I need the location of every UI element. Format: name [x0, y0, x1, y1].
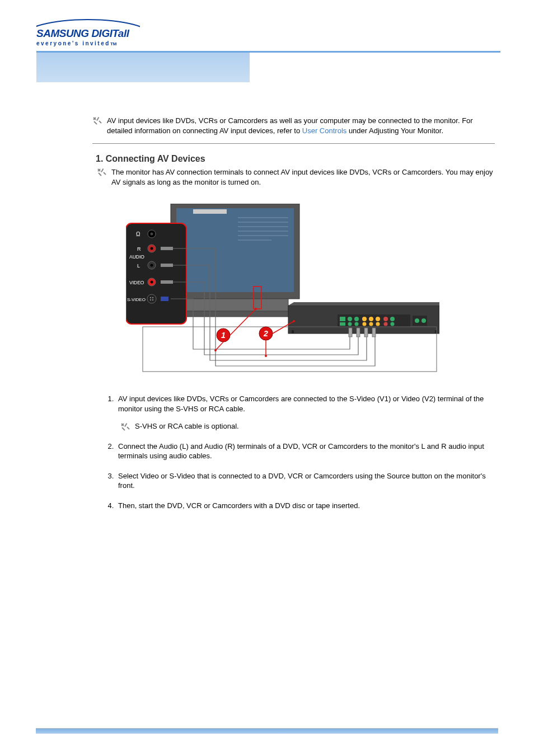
- svg-rect-41: [340, 317, 345, 321]
- svg-point-58: [415, 318, 419, 323]
- logo-tagline: everyone's invitedTM: [36, 40, 140, 46]
- divider: [92, 143, 495, 144]
- svg-point-44: [362, 317, 367, 321]
- svg-rect-63: [372, 328, 376, 337]
- svg-marker-36: [288, 302, 439, 306]
- svg-rect-49: [340, 322, 345, 326]
- svg-rect-5: [193, 209, 227, 214]
- trademark-symbol: TM: [110, 41, 117, 46]
- svg-rect-26: [161, 280, 173, 284]
- svg-point-42: [348, 317, 352, 321]
- svg-point-69: [293, 320, 295, 322]
- svg-point-47: [383, 317, 388, 321]
- callout-2: 2: [263, 329, 268, 338]
- header-banner: [36, 51, 500, 82]
- callout-1: 1: [221, 331, 226, 340]
- step-item: Then, start the DVD, VCR or Camcorders w…: [116, 501, 495, 511]
- step-note-text: S-VHS or RCA cable is optional.: [135, 421, 239, 431]
- banner-left: [36, 53, 250, 82]
- svg-rect-14: [126, 223, 186, 324]
- svg-point-54: [376, 322, 380, 326]
- svg-point-28: [150, 297, 151, 298]
- svg-point-30: [150, 299, 151, 300]
- section-desc: The monitor has AV connection terminals …: [111, 167, 495, 187]
- svg-point-45: [369, 317, 373, 321]
- step-text: Connect the Audio (L) and Audio (R) term…: [118, 442, 484, 461]
- connection-diagram: Ω R AUDIO L VIDEO: [126, 204, 495, 377]
- step-text: Then, start the DVD, VCR or Camcorders w…: [118, 501, 360, 510]
- tools-icon: [97, 168, 108, 177]
- svg-point-55: [384, 322, 388, 326]
- svg-text:Ω: Ω: [136, 231, 140, 237]
- svg-rect-4: [176, 208, 294, 292]
- svg-point-52: [363, 322, 367, 326]
- section-desc-block: The monitor has AV connection terminals …: [97, 167, 495, 187]
- svg-rect-23: [161, 264, 173, 267]
- svg-point-51: [355, 322, 359, 326]
- intro-post: under Adjusting Your Monitor.: [346, 126, 443, 135]
- svg-rect-1: [96, 117, 99, 121]
- svg-point-17: [151, 233, 153, 236]
- label-svideo: S-VIDEO: [127, 297, 146, 302]
- label-video: VIDEO: [129, 280, 144, 285]
- logo-tagline-text: everyone's invited: [36, 40, 110, 46]
- step-text: Select Video or S-Video that is connecte…: [118, 472, 486, 490]
- logo-title: SAMSUNG DIGITall: [36, 27, 140, 40]
- steps-list: AV input devices like DVDs, VCRs or Camc…: [116, 394, 495, 510]
- tools-icon: [120, 422, 132, 431]
- brand-logo: SAMSUNG DIGITall everyone's invitedTM: [36, 14, 140, 46]
- svg-rect-62: [364, 328, 368, 337]
- step-item: Connect the Audio (L) and Audio (R) term…: [116, 442, 495, 461]
- svg-point-22: [151, 264, 153, 267]
- svg-rect-71: [124, 422, 127, 426]
- svg-rect-38: [292, 330, 294, 334]
- user-controls-link[interactable]: User Controls: [302, 126, 346, 135]
- svg-rect-12: [182, 299, 288, 311]
- svg-rect-32: [161, 297, 168, 301]
- svg-point-48: [390, 317, 395, 321]
- step-note: S-VHS or RCA cable is optional.: [118, 421, 495, 431]
- intro-block: AV input devices like DVDs, VCRs or Camc…: [92, 116, 495, 135]
- banner-right: [250, 53, 500, 82]
- svg-rect-20: [161, 247, 173, 250]
- svg-point-46: [376, 317, 380, 321]
- svg-point-29: [152, 297, 153, 298]
- label-audio: AUDIO: [129, 254, 144, 260]
- svg-rect-13: [182, 311, 288, 317]
- label-audio-l: L: [137, 263, 140, 269]
- svg-point-25: [151, 281, 153, 284]
- svg-point-67: [255, 308, 257, 310]
- step-text: AV input devices like DVDs, VCRs or Camc…: [118, 395, 484, 413]
- svg-point-19: [151, 247, 153, 250]
- svg-point-31: [152, 299, 153, 300]
- step-item: AV input devices like DVDs, VCRs or Camc…: [116, 394, 495, 431]
- intro-text: AV input devices like DVDs, VCRs or Camc…: [107, 116, 495, 135]
- label-audio-r: R: [137, 246, 141, 252]
- step-item: Select Video or S-Video that is connecte…: [116, 471, 495, 491]
- svg-rect-60: [349, 328, 352, 337]
- main-content: AV input devices like DVDs, VCRs or Camc…: [92, 116, 495, 511]
- svg-point-27: [147, 294, 156, 303]
- svg-point-53: [369, 322, 373, 326]
- svg-rect-2: [101, 168, 104, 172]
- section-title: 1. Connecting AV Devices: [96, 154, 495, 164]
- svg-point-43: [354, 317, 359, 321]
- svg-point-70: [265, 355, 267, 357]
- tools-icon: [92, 116, 104, 125]
- svg-point-59: [421, 318, 426, 323]
- svg-point-66: [214, 349, 217, 351]
- svg-point-50: [348, 322, 352, 326]
- svg-point-56: [391, 322, 395, 326]
- svg-rect-61: [357, 328, 360, 337]
- footer-bar: [36, 728, 498, 734]
